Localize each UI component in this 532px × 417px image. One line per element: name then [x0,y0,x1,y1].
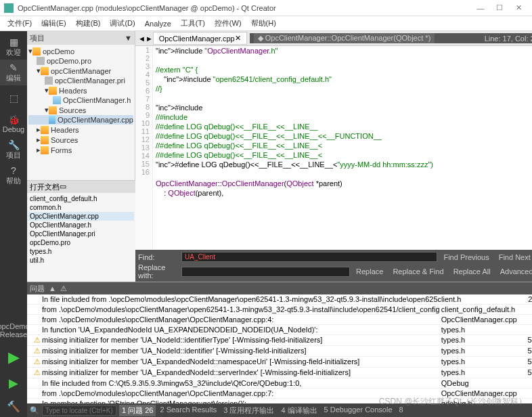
mode-item[interactable]: ⬚ [0,85,27,111]
open-file-item[interactable]: util.h [28,256,134,265]
find-input[interactable] [181,252,437,262]
app-icon [4,3,14,13]
cursor-position: Line: 17, Col: 22 [485,35,532,43]
code-editor[interactable]: 12345678910111213141516 "inc">#include "… [135,46,532,250]
issues-panel: 问题 ▲ ⚠ ^ In file included from .\opcDemo… [27,282,532,403]
menu-item[interactable]: 编辑(E) [37,17,71,30]
find-bar: Find: Find Previous Find Next ✕ Replace … [135,250,532,282]
run-button[interactable]: ▶ [4,345,24,370]
issue-row[interactable]: In file included from C:\Qt5.9.3\5.9.3\m… [27,378,532,389]
open-file-item[interactable]: OpcClientManager.cpp [28,212,134,221]
mode-Debug[interactable]: 🐞Debug [0,111,27,137]
open-file-item[interactable]: OpcClientManager.h [28,221,134,229]
split-icon[interactable]: ▭ [60,182,66,192]
replace-find-button[interactable]: Replace & Find [389,267,447,276]
replace-all-button[interactable]: Replace All [450,267,494,276]
tree-node[interactable]: ▾Headers [28,85,133,95]
warning-filter-icon[interactable]: ⚠ [60,284,67,293]
project-tree[interactable]: ▾opcDemo opcDemo.pro▾opcClientManager op… [27,45,135,156]
locator-input[interactable] [42,405,116,416]
open-file-item[interactable]: common.h [28,203,134,212]
find-next-button[interactable]: Find Next [495,253,532,262]
nav-fwd-icon[interactable]: ► [146,35,153,43]
open-file-item[interactable]: client_config_default.h [28,194,134,203]
issue-row[interactable]: ⚠missing initializer for member 'UA_Node… [27,346,532,357]
window-title: OpcClientManager.cpp (modules\opcClientM… [18,4,471,12]
menu-item[interactable]: 工具(T) [176,17,210,30]
open-file-item[interactable]: types.h [28,247,134,256]
locator-icon[interactable]: 🔍 [30,406,39,415]
output-tab[interactable]: 2 Search Results [157,405,219,416]
tree-node[interactable]: ▾Sources [28,105,133,115]
issue-row[interactable]: from .\opcDemo\modules\opcClientManager\… [27,305,532,315]
issue-row[interactable]: ⚠missing initializer for member 'UA_Expa… [27,368,532,378]
tree-node[interactable]: opcDemo.pro [28,56,133,66]
minimize-button[interactable]: — [471,4,490,12]
tree-node[interactable]: ▸Forms [28,145,133,155]
mode-帮助[interactable]: ?帮助 [0,162,27,188]
advanced-button[interactable]: Advanced... [497,267,532,276]
issue-row[interactable]: In file included from .\opcDemo\modules\… [27,294,532,305]
tree-node[interactable]: OpcClientManager.cpp [28,115,133,125]
tree-node[interactable]: ▾opcClientManager [28,66,133,76]
debug-run-button[interactable]: ▶ [5,372,22,395]
replace-input[interactable] [181,267,350,277]
tree-node[interactable]: ▸Headers [28,125,133,135]
tree-node[interactable]: OpcClientManager.h [28,95,133,105]
titlebar: OpcClientManager.cpp (modules\opcClientM… [0,0,532,16]
symbol-crumb[interactable]: ◆ OpcClientManager::OpcClientManager(QOb… [254,33,435,43]
watermark: CSDN @长沙红胖子Qt（长沙创微智科） [379,396,527,408]
issue-row[interactable]: from .\opcDemo\modules\opcClientManager\… [27,315,532,325]
tree-node[interactable]: ▾opcDemo [28,46,133,56]
menu-item[interactable]: 帮助(H) [246,17,281,30]
build-button[interactable]: 🔨 [3,396,24,417]
replace-button[interactable]: Replace [353,267,386,276]
issue-row[interactable]: ⚠missing initializer for member 'UA_Node… [27,335,532,346]
editor-toolbar: ◄ ► OpcClientManager.cpp ✕ ◆ OpcClientMa… [135,31,532,46]
open-file-item[interactable]: OpcClientManager.pri [28,229,134,238]
open-files-panel: 打开文档▭ client_config_default.hcommon.hOpc… [27,180,135,282]
menu-item[interactable]: 调试(D) [105,17,139,30]
menu-item[interactable]: Analyze [140,18,176,29]
close-button[interactable]: ✕ [509,3,528,12]
menubar: 文件(F)编辑(E)构建(B)调试(D)Analyze工具(T)控件(W)帮助(… [0,16,532,31]
editor-tab[interactable]: OpcClientManager.cpp ✕ [153,32,247,45]
maximize-button[interactable]: ☐ [490,3,509,12]
kit-selector[interactable]: opcDemo Release [0,317,27,343]
find-prev-button[interactable]: Find Previous [440,253,492,262]
mode-欢迎[interactable]: ▦欢迎 [0,34,27,60]
open-file-item[interactable]: opcDemo.pro [28,238,134,247]
filter-icon[interactable]: ▼ [125,34,132,42]
menu-item[interactable]: 文件(F) [3,17,37,30]
mode-项目[interactable]: 🔧项目 [0,137,27,162]
tree-node[interactable]: opcClientManager.pri [28,76,133,85]
output-tab[interactable]: 4 编译输出 [278,405,319,416]
menu-item[interactable]: 构建(B) [71,17,106,30]
filter-icon[interactable]: ▲ [49,284,56,292]
issue-row[interactable]: ⚠missing initializer for member 'UA_Expa… [27,357,532,368]
menu-item[interactable]: 控件(W) [210,17,246,30]
tree-node[interactable]: ▸Sources [28,135,133,145]
output-tab[interactable]: 3 应用程序输出 [221,405,277,416]
output-tab[interactable]: 1 问题 26 [119,405,156,416]
project-panel-header: 项目 ▼ [27,31,135,45]
mode-bar: ▦欢迎✎编辑⬚🐞Debug🔧项目?帮助 opcDemo Release ▶ ▶ … [0,31,27,417]
issue-row[interactable]: In function 'UA_ExpandedNodeId UA_EXPAND… [27,325,532,335]
nav-back-icon[interactable]: ◄ [138,35,146,43]
mode-编辑[interactable]: ✎编辑 [0,60,27,85]
